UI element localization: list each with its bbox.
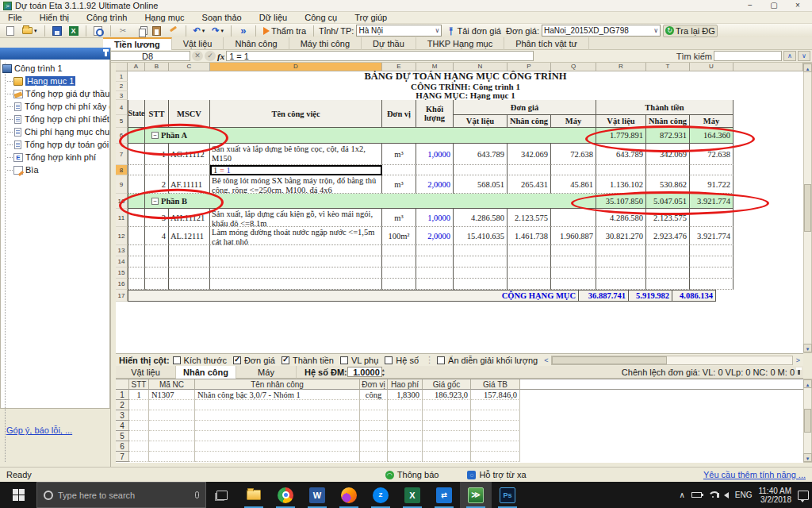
r12-ten[interactable]: Làm móng đường thoát nước ngập nước <=1,… [210,227,382,245]
tree-item-gia-du-thau[interactable]: Tổng hợp giá dự thầu [13,87,108,100]
tree-item-chi-phi-thiet-bi[interactable]: Tổng hợp chi phí thiết bị [13,113,108,125]
fx-icon[interactable]: fx [217,52,224,61]
zalo-button[interactable]: Z [365,482,396,508]
r11-tt-vl[interactable]: 4.286.580 [596,209,646,227]
r12-tt-vl[interactable]: 30.821.270 [596,227,646,245]
tab-bottom-vat-lieu[interactable]: Vật liệu [116,366,176,379]
r7-dg-nc[interactable]: 342.069 [508,144,551,165]
menu-hien-thi[interactable]: Hiển thị [40,13,69,22]
taskbar-clock[interactable]: 11:40 AM 3/2/2018 [758,487,791,504]
cell-reference-box[interactable]: D8 [105,51,190,61]
total-nc[interactable]: 5.919.982 [629,290,672,302]
cancel-icon[interactable]: ✕ [192,51,203,61]
collapse-icon[interactable]: − [151,198,159,205]
tree-item-kinh-phi[interactable]: E Tổng hợp kinh phí [13,151,108,164]
tham-tra-button[interactable]: Thẩm tra [261,25,308,37]
action-center-icon[interactable] [798,491,809,500]
section-a-tt-may[interactable]: 164.360 [690,128,733,144]
col-R[interactable]: R [596,63,646,71]
row-1[interactable]: 1 [116,71,128,82]
r7-ten[interactable]: Sản xuất và lắp dựng bê tông cọc, cột, đ… [210,144,382,165]
r9-tt-nc[interactable]: 530.862 [646,175,690,194]
r7-khoi-luong[interactable]: 1,0000 [416,144,454,165]
r12-dg-may[interactable]: 1.960.887 [551,227,596,245]
r11-tt-may[interactable] [690,209,733,227]
r7-tt-nc[interactable]: 342.069 [646,144,690,165]
feature-request-link[interactable]: Yêu cầu thêm tính năng ... [703,470,806,479]
language-indicator[interactable]: ENG [735,491,753,499]
search-next-icon[interactable]: ∨ [798,51,810,61]
r7-dg-may[interactable]: 72.638 [551,144,596,165]
r11-ten[interactable]: Sản xuất, lắp dựng cấu kiện gỗ, vì kèo m… [210,209,382,227]
eta-app-button[interactable]: ≫ [460,482,492,508]
formula-input[interactable]: 1 = 1 [226,51,534,61]
table-row[interactable]: 5 [116,431,803,441]
row-6[interactable]: 6 [116,128,128,144]
feedback-link[interactable]: Góp ý, báo lỗi, ... [6,425,72,435]
header-don-vi[interactable]: Đơn vị [382,100,416,128]
header-tt-nhan-cong[interactable]: Nhân công [646,115,690,128]
accept-icon[interactable]: ✓ [205,51,216,61]
scroll-up-icon[interactable]: ▴ [803,64,812,72]
r12-don-vi[interactable]: 100m² [382,227,416,245]
bt-r1-don-vi[interactable]: công [360,390,388,400]
row-16[interactable]: 16 [116,279,128,290]
r11-tt-nc[interactable]: 2.123.575 [646,209,690,227]
r12-stt[interactable]: 4 [145,227,169,245]
row-12[interactable]: 12 [116,227,128,245]
header-tt-may[interactable]: Máy [690,115,733,128]
r11-stt[interactable]: 3 [145,209,169,227]
col-U[interactable]: U [690,63,733,71]
open-button[interactable]: ▾ [20,25,40,37]
menu-cong-trinh[interactable]: Công trình [86,13,127,22]
r7-dg-vl[interactable]: 643.789 [454,144,508,165]
scroll-thumb[interactable] [804,409,811,433]
r7-stt[interactable]: 1 [145,144,169,165]
r11-dg-nc[interactable]: 2.123.575 [508,209,551,227]
vertical-scrollbar[interactable]: ▴ ▾ [803,63,812,353]
col-B[interactable]: B [145,63,169,71]
row-2[interactable]: 2 [116,82,128,91]
hscroll-right-icon[interactable]: > [796,356,800,364]
bt-r1-ma[interactable]: N1307 [149,390,195,400]
scroll-down-icon[interactable]: ▾ [803,453,812,462]
r12-khoi-luong[interactable]: 2,0000 [416,227,454,245]
tab-vat-lieu[interactable]: Vật liệu [172,37,224,50]
close-button[interactable]: × [787,1,809,11]
minimize-button[interactable]: − [739,1,761,11]
active-edit-cell[interactable]: 1 = 1 [210,165,382,175]
checkbox-he-so[interactable] [385,356,393,364]
bottom-vertical-scrollbar[interactable]: ▴ ▾ [803,379,812,463]
row-8[interactable]: 8 [116,165,128,175]
r9-stt[interactable]: 2 [145,175,169,194]
r11-mscv[interactable]: AH.11121 [169,209,210,227]
header-tt-vat-lieu[interactable]: Vật liệu [596,115,646,128]
don-gia-select[interactable]: HaNoi_2015XD_DG798∨ [542,25,661,37]
checkbox-vl-phu[interactable] [340,356,348,364]
tree-item-chi-phi-xay-dung[interactable]: Tổng hợp chi phí xây dựng [13,100,108,113]
r11-dg-may[interactable] [551,209,596,227]
header-mscv[interactable]: MSCV [169,100,210,128]
table-row[interactable]: 4 [116,421,803,431]
total-vl[interactable]: 36.887.741 [579,290,629,302]
table-row[interactable]: 1 1 N1307 Nhân công bậc 3,0/7 - Nhóm 1 c… [116,390,803,400]
r7-don-vi[interactable]: m³ [382,144,416,165]
r9-dg-nc[interactable]: 265.431 [508,175,551,194]
bt-header-gia-goc[interactable]: Giá gốc [423,379,471,390]
row-14[interactable]: 14 [116,256,128,267]
photoshop-button[interactable]: Ps [492,482,523,508]
teamviewer-button[interactable]: ⇄ [428,482,460,508]
section-b-tt-nc[interactable]: 5.047.051 [646,194,690,209]
header-dg-vat-lieu[interactable]: Vật liệu [454,115,508,128]
tinh-tp-select[interactable]: Hà Nội∨ [356,25,442,37]
tree-item-du-toan-goi-thau[interactable]: Tổng hợp dự toán gói thầu [13,138,108,151]
menu-file[interactable]: File [8,13,22,22]
r12-dg-nc[interactable]: 1.461.738 [508,227,551,245]
checkbox-don-gia[interactable] [233,356,241,364]
row-3[interactable]: 3 [116,91,128,100]
bt-r1-stt[interactable]: 1 [129,390,149,400]
r9-tt-vl[interactable]: 1.136.102 [596,175,646,194]
bt-header-ma-nc[interactable]: Mã NC [149,379,195,390]
row-10[interactable]: 10 [116,194,128,209]
menu-cong-cu[interactable]: Công cụ [304,13,337,22]
